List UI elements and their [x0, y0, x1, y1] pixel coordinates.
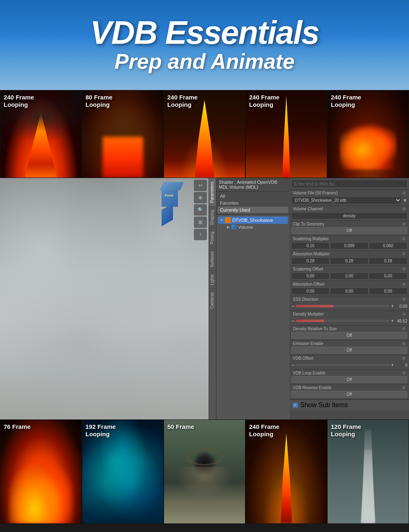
volume-file-dropdown[interactable]: ▼ — [402, 198, 407, 203]
scattering-g[interactable]: 0.099 — [330, 242, 369, 249]
viewport-zoom-btn[interactable]: 🔍 — [194, 204, 207, 216]
orientation-cube[interactable]: Front — [162, 182, 190, 209]
bottom-thumb-4[interactable]: 240 Frame Looping — [245, 419, 327, 524]
viewport-fit-btn[interactable]: ⊞ — [194, 216, 207, 228]
prop-scattering-offset: Scattering Offset ⚙ 0.00 0.00 0.00 — [290, 266, 409, 281]
clip-geo-btn[interactable]: Off — [291, 227, 407, 234]
tab-lights[interactable]: Lights — [209, 271, 216, 289]
top-thumb-3-label: 240 Frame Looping — [167, 94, 198, 108]
density-minus[interactable]: − — [291, 318, 294, 324]
gear-icon-14[interactable]: ⚙ — [402, 385, 406, 390]
absorption-g[interactable]: 0.28 — [330, 257, 369, 264]
sss-minus[interactable]: − — [291, 303, 294, 309]
gear-icon-10[interactable]: ⚙ — [402, 327, 406, 331]
gear-icon-3[interactable]: ⚙ — [402, 222, 406, 226]
top-thumb-2-label: 80 Frame Looping — [85, 94, 112, 108]
bottom-thumb-4-label: 240 Frame Looping — [249, 423, 279, 438]
sss-value: 0.00 — [395, 304, 407, 309]
bottom-thumb-3[interactable]: 50 Frame — [164, 419, 245, 524]
bottom-thumbnails-row: 76 Frame 192 Frame Looping 50 Frame — [0, 419, 409, 524]
viewport-clouds — [0, 178, 209, 419]
vdb-loop-btn[interactable]: Off — [291, 376, 407, 383]
tab-surfaces[interactable]: Surfaces — [209, 248, 216, 271]
vdb-offset-minus[interactable]: − — [291, 362, 294, 368]
prop-vdb-loop: VDB Loop Enable ⚙ Off — [290, 370, 409, 385]
scattering-offset-controls: 0.00 0.00 0.00 — [290, 272, 409, 281]
prop-volume-channel: Volume Channel ⚙ density — [290, 206, 409, 221]
viewport-orbit-btn[interactable]: ↩ — [194, 180, 207, 191]
prop-sss: SSS Direction ⚙ − + 0.00 — [290, 296, 409, 311]
bottom-thumb-5[interactable]: 120 Frame Looping — [327, 419, 409, 524]
filter-all[interactable]: All — [218, 193, 288, 199]
filter-favorites[interactable]: Favorites — [218, 200, 288, 206]
prop-absorption-offset-label: Absorption Offset ⚙ — [290, 281, 409, 287]
density-rel-btn[interactable]: Off — [291, 332, 407, 339]
mat-icon-volume — [231, 225, 236, 230]
bottom-thumb-1[interactable]: 76 Frame — [0, 419, 82, 524]
absorption-r[interactable]: 0.28 — [291, 257, 330, 264]
prop-emission: Emission Enable ⚙ Off — [290, 340, 409, 355]
mat-icon-shader — [225, 217, 231, 223]
scattering-offset-b[interactable]: 0.00 — [369, 273, 407, 280]
absorption-offset-g[interactable]: 0.00 — [330, 288, 369, 295]
volume-file-select[interactable]: DTVDB_Shockwave_20.vdb — [291, 196, 402, 204]
gear-icon-12[interactable]: ⚙ — [402, 356, 406, 361]
top-thumb-5[interactable]: 240 Frame Looping — [327, 90, 409, 178]
tab-parameters[interactable]: Parameters — [209, 178, 216, 206]
top-thumb-4[interactable]: 240 Frame Looping — [245, 90, 327, 178]
bottom-thumb-2[interactable]: 192 Frame Looping — [82, 419, 164, 524]
prop-vdb-offset: VDB Offset ⚙ − + 0 — [290, 355, 409, 370]
viewport[interactable]: Front ↩ ⊕ 🔍 ⊞ ↑ — [0, 178, 209, 419]
sss-slider[interactable] — [296, 305, 390, 307]
scattering-offset-g[interactable]: 0.00 — [330, 273, 369, 280]
cube-top-face — [160, 182, 184, 190]
gear-icon-11[interactable]: ⚙ — [402, 341, 406, 346]
prop-emission-label: Emission Enable ⚙ — [290, 340, 409, 347]
shader-header: Shader : Animated OpenVDB MDL Volume (MD… — [216, 178, 290, 192]
gear-icon-4[interactable]: ⚙ — [402, 237, 406, 241]
absorption-offset-b[interactable]: 0.00 — [369, 288, 407, 295]
scattering-r[interactable]: 0.16 — [291, 242, 330, 249]
gear-icon-5[interactable]: ⚙ — [402, 252, 406, 256]
vdb-offset-slider[interactable] — [296, 364, 390, 366]
header: VDB Essentials Prep and Animate — [0, 0, 409, 90]
volume-channel-value[interactable]: density — [291, 212, 407, 219]
scattering-b[interactable]: 0.060 — [369, 242, 407, 249]
gear-icon-7[interactable]: ⚙ — [402, 282, 406, 286]
mat-tree-root[interactable]: ▼ DTVDB_Shockwave — [218, 216, 288, 224]
mat-tree-child[interactable]: ▶ Volume — [218, 224, 288, 230]
gear-icon-1[interactable]: ⚙ — [402, 191, 406, 195]
search-input[interactable] — [291, 180, 407, 188]
absorption-b[interactable]: 0.28 — [369, 257, 407, 264]
density-slider[interactable] — [296, 320, 390, 322]
filter-currently-used[interactable]: Currently Used — [218, 207, 288, 213]
tab-cameras[interactable]: Cameras — [209, 289, 216, 312]
top-thumb-3[interactable]: 240 Frame Looping — [164, 90, 245, 178]
top-thumb-1[interactable]: 240 Frame Looping — [0, 90, 82, 178]
gear-icon-13[interactable]: ⚙ — [402, 371, 406, 375]
density-plus[interactable]: + — [391, 318, 394, 324]
tab-posing[interactable]: Posing — [209, 228, 216, 248]
vdb-reverse-btn[interactable]: Off — [291, 391, 407, 398]
prop-clip-geo: Clip To Geometry ⚙ Off — [290, 221, 409, 236]
show-sub-checkbox[interactable]: ✓ — [293, 403, 298, 408]
prop-absorption-offset: Absorption Offset ⚙ 0.00 0.00 0.00 — [290, 281, 409, 296]
viewport-up-btn[interactable]: ↑ — [194, 229, 207, 240]
emission-btn[interactable]: Off — [291, 347, 407, 354]
scattering-offset-r[interactable]: 0.00 — [291, 273, 330, 280]
viewport-move-btn[interactable]: ⊕ — [194, 192, 207, 203]
sss-slider-row: − + 0.00 — [290, 302, 409, 311]
sss-plus[interactable]: + — [391, 303, 394, 309]
absorption-offset-r[interactable]: 0.00 — [291, 288, 330, 295]
vdb-offset-plus[interactable]: + — [391, 362, 394, 368]
absorption-offset-controls: 0.00 0.00 0.00 — [290, 287, 409, 296]
top-thumbnails-row: 240 Frame Looping 80 Frame Looping 240 F… — [0, 90, 409, 178]
show-sub-items-row: ✓ Show Sub Items — [290, 399, 409, 410]
gear-icon-2[interactable]: ⚙ — [402, 207, 406, 211]
tab-shaping[interactable]: Shaping — [209, 206, 216, 228]
top-thumb-2[interactable]: 80 Frame Looping — [82, 90, 164, 178]
gear-icon-8[interactable]: ⚙ — [402, 297, 406, 302]
prop-clip-geo-label: Clip To Geometry ⚙ — [290, 221, 409, 227]
gear-icon-9[interactable]: ⚙ — [402, 312, 406, 316]
gear-icon-6[interactable]: ⚙ — [402, 267, 406, 271]
